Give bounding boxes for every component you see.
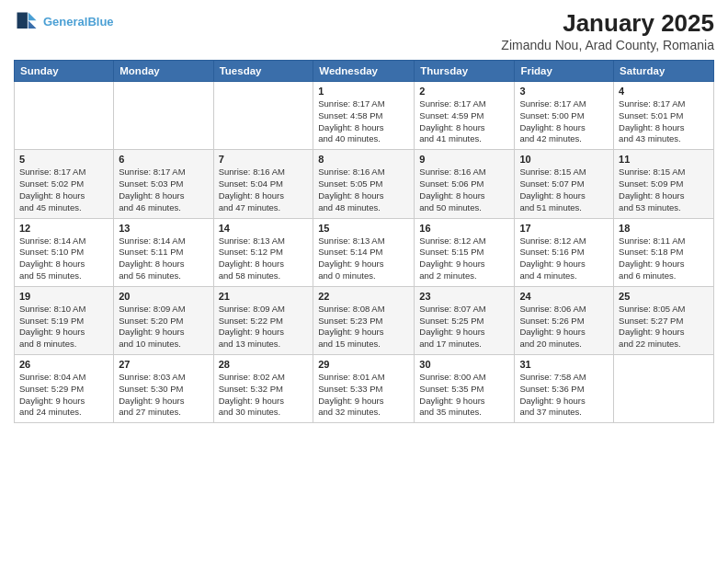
calendar-cell — [114, 82, 213, 150]
day-number: 18 — [619, 223, 709, 234]
day-info: Sunrise: 8:07 AMSunset: 5:25 PMDaylight:… — [419, 304, 509, 350]
calendar-week-4: 19Sunrise: 8:10 AMSunset: 5:19 PMDayligh… — [15, 286, 714, 354]
calendar-week-1: 1Sunrise: 8:17 AMSunset: 4:58 PMDaylight… — [15, 82, 714, 150]
calendar-cell — [614, 355, 714, 423]
calendar-cell: 31Sunrise: 7:58 AMSunset: 5:36 PMDayligh… — [515, 355, 614, 423]
day-info: Sunrise: 8:16 AMSunset: 5:06 PMDaylight:… — [419, 167, 509, 213]
day-number: 22 — [318, 291, 409, 302]
logo: GeneralBlue — [14, 9, 114, 35]
day-number: 11 — [619, 154, 709, 165]
day-number: 23 — [419, 291, 509, 302]
day-info: Sunrise: 8:10 AMSunset: 5:19 PMDaylight:… — [19, 304, 108, 350]
subtitle: Zimandu Nou, Arad County, Romania — [501, 38, 714, 52]
day-info: Sunrise: 8:16 AMSunset: 5:04 PMDaylight:… — [219, 167, 309, 213]
calendar-weekday-saturday: Saturday — [614, 61, 714, 82]
day-number: 17 — [519, 223, 609, 234]
day-number: 26 — [19, 359, 108, 370]
day-number: 20 — [119, 291, 208, 302]
day-number: 27 — [119, 359, 208, 370]
day-info: Sunrise: 8:01 AMSunset: 5:33 PMDaylight:… — [318, 372, 409, 419]
calendar-cell: 30Sunrise: 8:00 AMSunset: 5:35 PMDayligh… — [415, 355, 515, 423]
day-number: 12 — [19, 223, 108, 234]
day-number: 9 — [419, 154, 509, 165]
calendar-weekday-tuesday: Tuesday — [213, 61, 313, 82]
day-number: 7 — [219, 154, 309, 165]
calendar-cell: 9Sunrise: 8:16 AMSunset: 5:06 PMDaylight… — [415, 150, 515, 218]
day-number: 25 — [619, 291, 709, 302]
day-info: Sunrise: 8:09 AMSunset: 5:22 PMDaylight:… — [219, 304, 309, 350]
calendar-cell: 1Sunrise: 8:17 AMSunset: 4:58 PMDaylight… — [313, 82, 415, 150]
calendar-cell: 23Sunrise: 8:07 AMSunset: 5:25 PMDayligh… — [415, 286, 515, 354]
calendar-cell: 15Sunrise: 8:13 AMSunset: 5:14 PMDayligh… — [313, 218, 415, 286]
day-info: Sunrise: 8:09 AMSunset: 5:20 PMDaylight:… — [119, 304, 208, 350]
day-number: 24 — [519, 291, 609, 302]
day-number: 31 — [519, 359, 609, 370]
calendar-cell: 26Sunrise: 8:04 AMSunset: 5:29 PMDayligh… — [15, 355, 114, 423]
calendar-cell: 12Sunrise: 8:14 AMSunset: 5:10 PMDayligh… — [15, 218, 114, 286]
calendar-week-3: 12Sunrise: 8:14 AMSunset: 5:10 PMDayligh… — [15, 218, 714, 286]
calendar-cell: 8Sunrise: 8:16 AMSunset: 5:05 PMDaylight… — [313, 150, 415, 218]
day-number: 28 — [219, 359, 309, 370]
calendar-week-2: 5Sunrise: 8:17 AMSunset: 5:02 PMDaylight… — [15, 150, 714, 218]
header: GeneralBlue January 2025 Zimandu Nou, Ar… — [14, 9, 714, 52]
calendar-weekday-monday: Monday — [114, 61, 213, 82]
calendar-weekday-sunday: Sunday — [15, 61, 114, 82]
calendar-cell: 13Sunrise: 8:14 AMSunset: 5:11 PMDayligh… — [114, 218, 213, 286]
calendar-cell: 19Sunrise: 8:10 AMSunset: 5:19 PMDayligh… — [15, 286, 114, 354]
calendar-table: SundayMondayTuesdayWednesdayThursdayFrid… — [14, 60, 714, 423]
day-info: Sunrise: 8:15 AMSunset: 5:09 PMDaylight:… — [619, 167, 709, 213]
day-number: 1 — [318, 86, 409, 97]
day-number: 19 — [19, 291, 108, 302]
main-title: January 2025 — [501, 9, 714, 38]
day-info: Sunrise: 8:11 AMSunset: 5:18 PMDaylight:… — [619, 236, 709, 282]
day-info: Sunrise: 8:08 AMSunset: 5:23 PMDaylight:… — [318, 304, 409, 350]
calendar-cell: 29Sunrise: 8:01 AMSunset: 5:33 PMDayligh… — [313, 355, 415, 423]
day-number: 8 — [318, 154, 409, 165]
calendar-cell: 11Sunrise: 8:15 AMSunset: 5:09 PMDayligh… — [614, 150, 714, 218]
day-number: 5 — [19, 154, 108, 165]
day-info: Sunrise: 8:05 AMSunset: 5:27 PMDaylight:… — [619, 304, 709, 350]
calendar-cell: 25Sunrise: 8:05 AMSunset: 5:27 PMDayligh… — [614, 286, 714, 354]
day-number: 4 — [619, 86, 709, 97]
calendar-cell: 21Sunrise: 8:09 AMSunset: 5:22 PMDayligh… — [213, 286, 313, 354]
day-number: 6 — [119, 154, 208, 165]
day-info: Sunrise: 8:17 AMSunset: 5:01 PMDaylight:… — [619, 98, 709, 145]
day-info: Sunrise: 8:17 AMSunset: 4:58 PMDaylight:… — [318, 98, 409, 145]
day-number: 10 — [519, 154, 609, 165]
logo-line1: General — [43, 15, 87, 29]
day-info: Sunrise: 8:13 AMSunset: 5:14 PMDaylight:… — [318, 236, 409, 282]
calendar-cell — [213, 82, 313, 150]
day-number: 15 — [318, 223, 409, 234]
day-number: 2 — [419, 86, 509, 97]
page: GeneralBlue January 2025 Zimandu Nou, Ar… — [0, 0, 728, 563]
day-info: Sunrise: 8:03 AMSunset: 5:30 PMDaylight:… — [119, 372, 208, 419]
day-info: Sunrise: 8:16 AMSunset: 5:05 PMDaylight:… — [318, 167, 409, 213]
day-info: Sunrise: 7:58 AMSunset: 5:36 PMDaylight:… — [519, 372, 609, 419]
calendar-cell: 27Sunrise: 8:03 AMSunset: 5:30 PMDayligh… — [114, 355, 213, 423]
calendar-weekday-friday: Friday — [515, 61, 614, 82]
calendar-cell: 5Sunrise: 8:17 AMSunset: 5:02 PMDaylight… — [15, 150, 114, 218]
day-info: Sunrise: 8:17 AMSunset: 4:59 PMDaylight:… — [419, 98, 509, 145]
logo-text: GeneralBlue — [43, 15, 114, 29]
day-number: 3 — [519, 86, 609, 97]
svg-rect-3 — [17, 13, 28, 29]
calendar-cell: 2Sunrise: 8:17 AMSunset: 4:59 PMDaylight… — [415, 82, 515, 150]
day-info: Sunrise: 8:14 AMSunset: 5:10 PMDaylight:… — [19, 236, 108, 282]
calendar-cell — [15, 82, 114, 150]
calendar-cell: 22Sunrise: 8:08 AMSunset: 5:23 PMDayligh… — [313, 286, 415, 354]
day-number: 21 — [219, 291, 309, 302]
day-number: 14 — [219, 223, 309, 234]
logo-line2: Blue — [87, 15, 113, 29]
day-info: Sunrise: 8:06 AMSunset: 5:26 PMDaylight:… — [519, 304, 609, 350]
title-block: January 2025 Zimandu Nou, Arad County, R… — [501, 9, 714, 52]
day-number: 16 — [419, 223, 509, 234]
calendar-week-5: 26Sunrise: 8:04 AMSunset: 5:29 PMDayligh… — [15, 355, 714, 423]
calendar-cell: 4Sunrise: 8:17 AMSunset: 5:01 PMDaylight… — [614, 82, 714, 150]
day-info: Sunrise: 8:02 AMSunset: 5:32 PMDaylight:… — [219, 372, 309, 419]
calendar-cell: 28Sunrise: 8:02 AMSunset: 5:32 PMDayligh… — [213, 355, 313, 423]
calendar-cell: 3Sunrise: 8:17 AMSunset: 5:00 PMDaylight… — [515, 82, 614, 150]
calendar-cell: 6Sunrise: 8:17 AMSunset: 5:03 PMDaylight… — [114, 150, 213, 218]
day-number: 29 — [318, 359, 409, 370]
calendar-cell: 17Sunrise: 8:12 AMSunset: 5:16 PMDayligh… — [515, 218, 614, 286]
day-info: Sunrise: 8:04 AMSunset: 5:29 PMDaylight:… — [19, 372, 108, 419]
